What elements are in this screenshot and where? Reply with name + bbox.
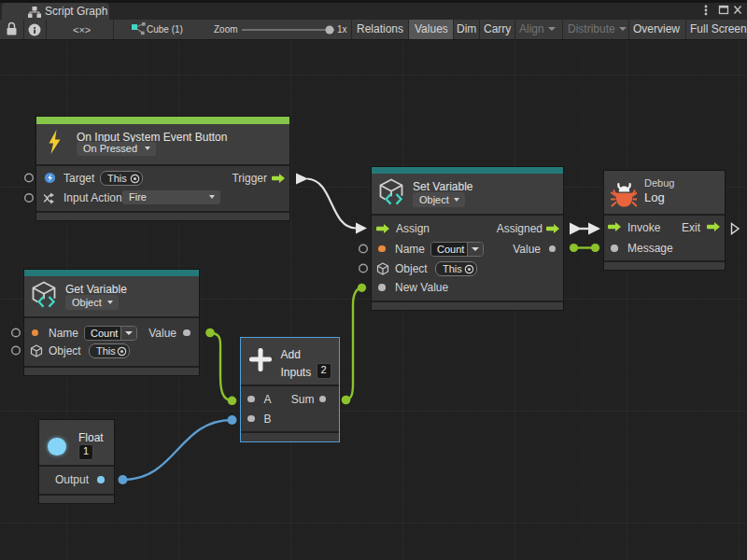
svg-text:<×>: <×> (73, 24, 91, 35)
